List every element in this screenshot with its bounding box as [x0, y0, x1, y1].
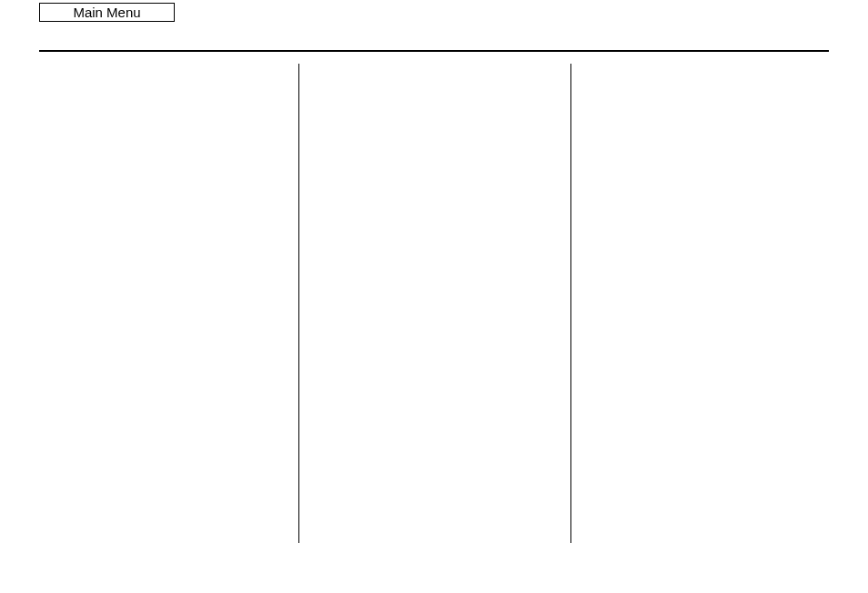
vertical-divider-right — [570, 64, 571, 543]
main-menu-button[interactable]: Main Menu — [39, 3, 175, 22]
vertical-divider-left — [298, 64, 299, 543]
horizontal-divider — [39, 50, 829, 52]
